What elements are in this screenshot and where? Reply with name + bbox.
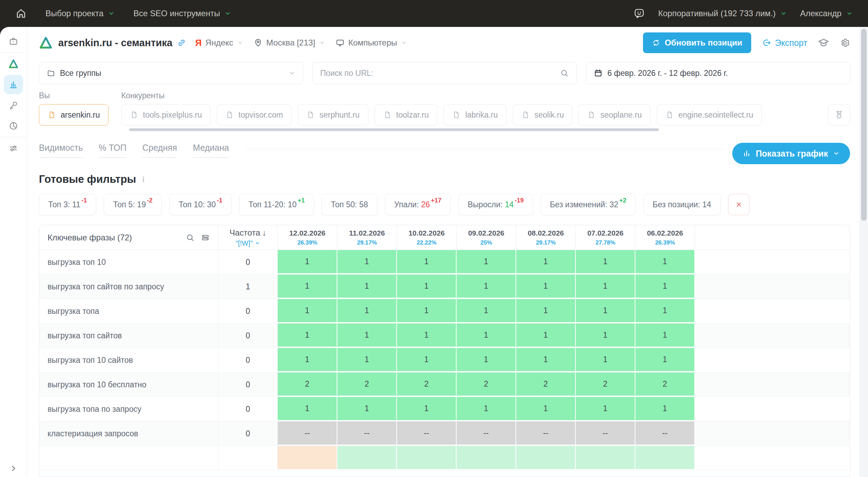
competitor-chip[interactable]: tools.pixelplus.ru — [121, 104, 211, 126]
position-cell: 1 — [397, 275, 457, 299]
preset-filter-chip[interactable]: Топ 10: 30 -1 — [169, 194, 232, 215]
tab-top-percent[interactable]: % ТОП — [99, 143, 126, 158]
keyword-cell[interactable]: выгрузка топа — [39, 299, 218, 323]
info-icon[interactable]: i — [142, 175, 144, 184]
sidebar-item-positions-active[interactable] — [0, 74, 27, 95]
preset-filter-chip[interactable]: Упали: 26 +17 — [385, 194, 451, 215]
tab-average[interactable]: Средняя — [142, 143, 177, 158]
position-cell: 1 — [635, 275, 695, 299]
sidebar-item-keywords[interactable] — [0, 95, 27, 116]
gear-icon[interactable] — [840, 38, 850, 48]
divider — [0, 52, 27, 53]
date-column-header[interactable]: 10.02.2026 22.22% — [397, 225, 457, 250]
tab-visibility[interactable]: Видимость — [39, 143, 83, 158]
seo-positions-page: Выбор проекта Все SEO инструменты Корпор… — [0, 0, 868, 477]
date-column-header[interactable]: 12.02.2026 26.39% — [278, 225, 337, 250]
frequency-sort[interactable]: Частота ↓ — [229, 228, 266, 238]
table-row: выгрузка топ сайтов по запросу 1 1111111 — [39, 275, 850, 299]
preset-filter-chip[interactable]: Без позиции: 14 — [643, 194, 721, 215]
date-column-header[interactable]: 08.02.2026 29.17% — [516, 225, 576, 250]
home-icon[interactable] — [15, 8, 27, 19]
preset-filter-chip[interactable]: Без изменений: 32 +2 — [541, 194, 636, 215]
url-search-input[interactable] — [320, 69, 555, 78]
preset-filter-label: Без позиции: 14 — [653, 200, 711, 209]
keyword-cell[interactable] — [39, 446, 218, 470]
date-column-header[interactable]: 09.02.2026 25% — [457, 225, 516, 250]
position-cell: 1 — [278, 397, 337, 421]
keyword-cell[interactable]: выгрузка топ 10 бесплатно — [39, 372, 218, 397]
chat-icon[interactable] — [633, 8, 645, 19]
date-range-picker[interactable]: 6 февр. 2026 г. - 12 февр. 2026 г. — [586, 62, 850, 84]
date-label: 08.02.2026 — [528, 229, 564, 237]
horizontal-scrollbar-thumb[interactable] — [129, 128, 659, 131]
date-column-header[interactable]: 11.02.2026 29.17% — [337, 225, 397, 250]
preset-filter-label: Топ 3: 11 — [48, 200, 80, 209]
chevron-down-icon — [846, 10, 853, 17]
competitor-chip[interactable]: seoplane.ru — [579, 104, 650, 126]
keyword-cell[interactable]: выгрузка топа по запросу — [39, 397, 218, 421]
your-site-chip[interactable]: arsenkin.ru — [39, 104, 109, 126]
competitor-chip[interactable]: toolzar.ru — [375, 104, 438, 126]
keyword-cell[interactable]: выгрузка топ 10 — [39, 250, 218, 274]
keyword-cell[interactable]: кластеризация запросов — [39, 421, 218, 446]
date-column-header[interactable]: 06.02.2026 26.39% — [635, 225, 695, 250]
file-icon — [383, 111, 391, 119]
chevron-down-icon — [224, 10, 231, 17]
metric-tabs: Видимость % ТОП Средняя Медиана Показать… — [39, 143, 850, 164]
position-cell: 1 — [397, 348, 457, 372]
tab-median[interactable]: Медиана — [193, 143, 229, 158]
search-icon[interactable] — [186, 233, 195, 242]
project-select-menu[interactable]: Выбор проекта — [45, 9, 115, 18]
keyword-cell[interactable]: выгрузка топ сайтов — [39, 324, 218, 348]
preset-filter-chip[interactable]: Топ 5: 19 -2 — [104, 194, 162, 215]
preset-filter-chip[interactable]: Выросли: 14 -19 — [458, 194, 533, 215]
competitor-chip[interactable]: labrika.ru — [443, 104, 507, 126]
competitor-chip[interactable]: seolik.ru — [513, 104, 573, 126]
show-chart-button[interactable]: Показать график — [732, 143, 850, 164]
preset-filter-chip[interactable]: Топ 50: 58 — [321, 194, 377, 215]
update-positions-button[interactable]: Обновить позиции — [643, 32, 751, 53]
chevron-down-icon — [780, 10, 787, 17]
date-column-header[interactable]: 07.02.2026 27.78% — [576, 225, 635, 250]
competitor-chip[interactable]: topvisor.com — [217, 104, 292, 126]
columns-icon[interactable] — [201, 233, 210, 242]
competitor-chip[interactable]: engine.seointellect.ru — [657, 104, 762, 126]
competitor-chip[interactable]: serphunt.ru — [298, 104, 368, 126]
user-name: Александр — [800, 9, 841, 18]
search-engine-select[interactable]: Я Яндекс — [195, 38, 243, 48]
divider — [245, 149, 723, 149]
region-select[interactable]: Москва [213] — [254, 38, 325, 48]
preset-filter-chip[interactable]: Топ 3: 11 -1 — [39, 194, 96, 215]
sidebar-expand-button[interactable] — [9, 464, 18, 473]
position-cell: -- — [635, 421, 695, 446]
keyword-cell[interactable]: выгрузка топ сайтов по запросу — [39, 275, 218, 299]
sidebar-item-projects[interactable] — [0, 31, 27, 52]
groups-select[interactable]: Все группы — [39, 62, 303, 84]
keyword-cell[interactable]: выгрузка топ 10 сайтов — [39, 348, 218, 372]
sidebar-item-arsenkin[interactable] — [0, 53, 27, 74]
clear-filters-button[interactable] — [728, 194, 749, 215]
export-button[interactable]: Экспорт — [762, 38, 807, 48]
table-row: выгрузка топ 10 бесплатно 0 2222222 — [39, 372, 850, 397]
sidebar-item-reports[interactable] — [0, 116, 27, 136]
link-icon[interactable] — [177, 38, 186, 47]
plan-label: Корпоративный (192 733 лим.) — [658, 9, 776, 18]
plan-menu[interactable]: Корпоративный (192 733 лим.) — [658, 9, 787, 18]
user-menu[interactable]: Александр — [800, 9, 853, 18]
position-cell: 1 — [278, 324, 337, 348]
preset-filter-delta: -1 — [81, 197, 87, 204]
competitor-domain: toolzar.ru — [396, 110, 429, 120]
sidebar-item-settings[interactable] — [0, 138, 27, 159]
frequency-cell — [218, 446, 278, 470]
preset-filter-chip[interactable]: Топ 11-20: 10 +1 — [239, 194, 314, 215]
device-select[interactable]: Компьютеры — [336, 38, 407, 48]
vertical-scrollbar-thumb[interactable] — [861, 29, 867, 221]
all-seo-tools-menu[interactable]: Все SEO инструменты — [133, 9, 231, 18]
position-cell: 1 — [516, 348, 576, 372]
frequency-filter[interactable]: "[!W]" — [236, 239, 261, 247]
graduation-cap-icon[interactable] — [818, 37, 829, 49]
search-icon[interactable] — [560, 69, 569, 78]
preset-filter-delta: -19 — [515, 197, 524, 204]
medal-chip[interactable] — [828, 104, 850, 126]
table-row: выгрузка топ 10 сайтов 0 1111111 — [39, 348, 850, 372]
